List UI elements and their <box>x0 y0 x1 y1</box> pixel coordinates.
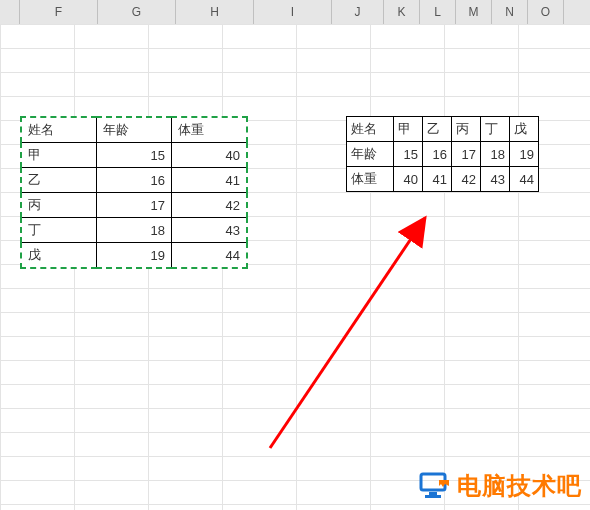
cell[interactable]: 44 <box>510 167 539 192</box>
svg-rect-2 <box>429 492 437 495</box>
table-row[interactable]: 戊 19 44 <box>21 243 247 269</box>
table-row[interactable]: 体重 40 41 42 43 44 <box>347 167 539 192</box>
monitor-icon <box>419 472 451 500</box>
table-row[interactable]: 年龄 15 16 17 18 19 <box>347 142 539 167</box>
cell[interactable]: 乙 <box>423 117 452 142</box>
table-row[interactable]: 甲 15 40 <box>21 143 247 168</box>
cell[interactable]: 40 <box>394 167 423 192</box>
cell[interactable]: 19 <box>510 142 539 167</box>
col-header-I[interactable]: I <box>254 0 332 24</box>
cell-age[interactable]: 16 <box>97 168 172 193</box>
cell[interactable]: 丁 <box>481 117 510 142</box>
col-header-L[interactable]: L <box>420 0 456 24</box>
cell-weight[interactable]: 43 <box>172 218 248 243</box>
cell-name[interactable]: 乙 <box>21 168 97 193</box>
col-header-M[interactable]: M <box>456 0 492 24</box>
watermark-text: 电脑技术吧 <box>457 470 582 502</box>
cell-name[interactable]: 丙 <box>21 193 97 218</box>
cell-weight[interactable]: 44 <box>172 243 248 269</box>
cell[interactable]: 42 <box>452 167 481 192</box>
col-header-G[interactable]: G <box>98 0 176 24</box>
cell-weight[interactable]: 41 <box>172 168 248 193</box>
cell-grid[interactable]: 姓名 年龄 体重 甲 15 40 乙 16 41 丙 17 42 丁 18 <box>0 24 590 510</box>
col-header-F[interactable]: F <box>20 0 98 24</box>
cell[interactable]: 戊 <box>510 117 539 142</box>
cell[interactable]: 18 <box>481 142 510 167</box>
col-header-H[interactable]: H <box>176 0 254 24</box>
table-row[interactable]: 丁 18 43 <box>21 218 247 243</box>
cell[interactable]: 16 <box>423 142 452 167</box>
table-row[interactable]: 丙 17 42 <box>21 193 247 218</box>
column-header-row: F G H I J K L M N O <box>0 0 590 25</box>
col-header-K[interactable]: K <box>384 0 420 24</box>
spreadsheet-area: F G H I J K L M N O 姓名 年龄 体重 甲 15 40 乙 1… <box>0 0 590 510</box>
header-name[interactable]: 姓名 <box>21 117 97 143</box>
cell[interactable]: 43 <box>481 167 510 192</box>
table-row[interactable]: 姓名 年龄 体重 <box>21 117 247 143</box>
cell[interactable]: 甲 <box>394 117 423 142</box>
header-age[interactable]: 年龄 <box>347 142 394 167</box>
transposed-table[interactable]: 姓名 甲 乙 丙 丁 戊 年龄 15 16 17 18 19 体重 40 41 … <box>346 116 539 192</box>
cell-age[interactable]: 15 <box>97 143 172 168</box>
col-header-O[interactable]: O <box>528 0 564 24</box>
gutter <box>0 0 20 24</box>
cell[interactable]: 丙 <box>452 117 481 142</box>
source-table[interactable]: 姓名 年龄 体重 甲 15 40 乙 16 41 丙 17 42 丁 18 <box>20 116 248 269</box>
cell-name[interactable]: 甲 <box>21 143 97 168</box>
svg-line-0 <box>270 218 425 448</box>
header-weight[interactable]: 体重 <box>172 117 248 143</box>
col-header-N[interactable]: N <box>492 0 528 24</box>
cell-name[interactable]: 戊 <box>21 243 97 269</box>
table-row[interactable]: 乙 16 41 <box>21 168 247 193</box>
cell-age[interactable]: 18 <box>97 218 172 243</box>
cell-age[interactable]: 19 <box>97 243 172 269</box>
header-name[interactable]: 姓名 <box>347 117 394 142</box>
watermark: 电脑技术吧 <box>419 470 582 502</box>
header-weight[interactable]: 体重 <box>347 167 394 192</box>
cell[interactable]: 15 <box>394 142 423 167</box>
svg-rect-3 <box>425 495 441 498</box>
cell-weight[interactable]: 40 <box>172 143 248 168</box>
cell[interactable]: 41 <box>423 167 452 192</box>
cell-name[interactable]: 丁 <box>21 218 97 243</box>
col-header-J[interactable]: J <box>332 0 384 24</box>
cell-age[interactable]: 17 <box>97 193 172 218</box>
cell-weight[interactable]: 42 <box>172 193 248 218</box>
table-row[interactable]: 姓名 甲 乙 丙 丁 戊 <box>347 117 539 142</box>
header-age[interactable]: 年龄 <box>97 117 172 143</box>
cell[interactable]: 17 <box>452 142 481 167</box>
